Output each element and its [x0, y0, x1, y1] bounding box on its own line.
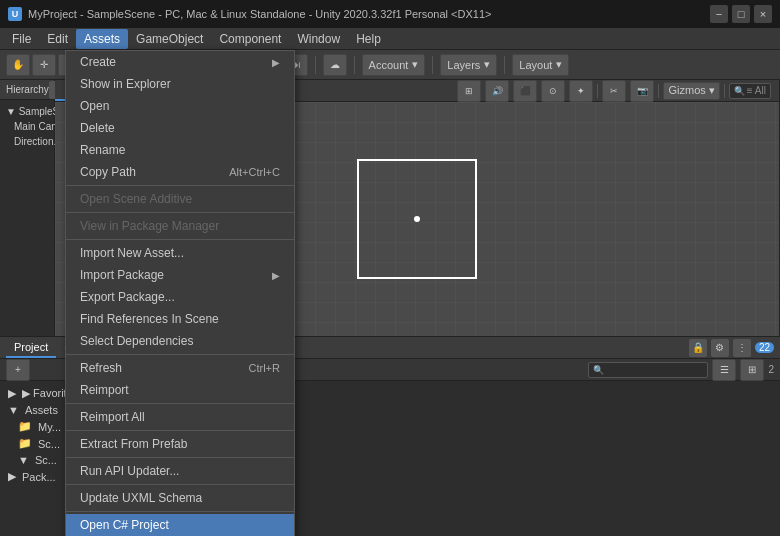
- scene-search[interactable]: 🔍 ≡ All: [729, 83, 771, 99]
- menu-show-in-explorer[interactable]: Show in Explorer: [66, 73, 294, 95]
- account-label: Account: [369, 59, 409, 71]
- menu-sep-1: [66, 185, 294, 186]
- scene-sep3: [724, 84, 725, 98]
- chevron-down-icon-2: ▾: [412, 58, 418, 71]
- menu-export-package[interactable]: Export Package...: [66, 286, 294, 308]
- menu-edit[interactable]: Edit: [39, 29, 76, 49]
- zoom-indicator: 2: [768, 364, 774, 375]
- project-add-btn[interactable]: +: [6, 359, 30, 381]
- layers-dropdown[interactable]: Layers ▾: [440, 54, 497, 76]
- separator-6: [504, 56, 505, 74]
- scene-tool-3[interactable]: ⬛: [513, 80, 537, 102]
- menu-sep-8: [66, 484, 294, 485]
- hierarchy-title: Hierarchy: [6, 84, 49, 95]
- tab-project[interactable]: Project: [6, 337, 56, 358]
- chevron-down-icon-3: ▾: [484, 58, 490, 71]
- window-controls: − □ ×: [710, 5, 772, 23]
- scene-tool-6[interactable]: ✂: [602, 80, 626, 102]
- chevron-down-icon-6: ▼: [18, 454, 29, 466]
- hierarchy-header: Hierarchy + ☰: [0, 80, 54, 100]
- menu-run-api-updater[interactable]: Run API Updater...: [66, 460, 294, 482]
- menu-window[interactable]: Window: [289, 29, 348, 49]
- layers-label: Layers: [447, 59, 480, 71]
- close-button[interactable]: ×: [754, 5, 772, 23]
- scene-tool-1[interactable]: ⊞: [457, 80, 481, 102]
- layout-label: Layout: [519, 59, 552, 71]
- menu-delete[interactable]: Delete: [66, 117, 294, 139]
- menu-view-package-manager[interactable]: View in Package Manager: [66, 215, 294, 237]
- move-tool[interactable]: ✛: [32, 54, 56, 76]
- menu-file[interactable]: File: [4, 29, 39, 49]
- search-icon: 🔍: [734, 86, 745, 96]
- view-toggle-grid[interactable]: ⊞: [740, 359, 764, 381]
- collab-button[interactable]: ☁: [323, 54, 347, 76]
- menu-sep-7: [66, 457, 294, 458]
- minimize-button[interactable]: −: [710, 5, 728, 23]
- menu-open[interactable]: Open: [66, 95, 294, 117]
- menu-open-scene-additive[interactable]: Open Scene Additive: [66, 188, 294, 210]
- import-pkg-arrow: ▶: [272, 270, 280, 281]
- hier-item-camera[interactable]: Main Camera: [2, 119, 52, 134]
- folder-icon-2: 📁: [18, 437, 32, 450]
- menu-reimport-all[interactable]: Reimport All: [66, 406, 294, 428]
- gizmos-dropdown[interactable]: Gizmos ▾: [663, 82, 719, 100]
- scene-tool-5[interactable]: ✦: [569, 80, 593, 102]
- menu-find-references[interactable]: Find References In Scene: [66, 308, 294, 330]
- scene-sep2: [658, 84, 659, 98]
- scene-center: [414, 216, 420, 222]
- hier-item-scene[interactable]: ▼ SampleSc...: [2, 104, 52, 119]
- project-search-bar[interactable]: 🔍: [588, 362, 708, 378]
- menu-sep-4: [66, 354, 294, 355]
- separator-4: [354, 56, 355, 74]
- hand-tool[interactable]: ✋: [6, 54, 30, 76]
- separator-5: [432, 56, 433, 74]
- maximize-button[interactable]: □: [732, 5, 750, 23]
- menu-sep-5: [66, 403, 294, 404]
- separator-3: [315, 56, 316, 74]
- layout-dropdown[interactable]: Layout ▾: [512, 54, 569, 76]
- menu-create[interactable]: Create ▶: [66, 51, 294, 73]
- asset-count-badge: 22: [755, 342, 774, 353]
- menu-sep-6: [66, 430, 294, 431]
- app-icon: U: [8, 7, 22, 21]
- hier-item-light[interactable]: Direction...: [2, 134, 52, 149]
- arrow-icon: ▶: [272, 57, 280, 68]
- menu-sep-2: [66, 212, 294, 213]
- menu-update-uxml[interactable]: Update UXML Schema: [66, 487, 294, 509]
- menu-bar: File Edit Assets GameObject Component Wi…: [0, 28, 780, 50]
- folder-icon: 📁: [18, 420, 32, 433]
- menu-refresh[interactable]: Refresh Ctrl+R: [66, 357, 294, 379]
- menu-gameobject[interactable]: GameObject: [128, 29, 211, 49]
- scene-tool-7[interactable]: 📷: [630, 80, 654, 102]
- chevron-right-icon: ▶: [8, 387, 16, 400]
- scene-sep: [597, 84, 598, 98]
- scene-object: [357, 159, 477, 279]
- hierarchy-content: ▼ SampleSc... Main Camera Direction...: [0, 100, 54, 153]
- view-toggle-list[interactable]: ☰: [712, 359, 736, 381]
- menu-assets[interactable]: Assets: [76, 29, 128, 49]
- menu-open-csharp[interactable]: Open C# Project: [66, 514, 294, 536]
- bottom-lock-btn[interactable]: 🔒: [689, 339, 707, 357]
- search-icon-2: 🔍: [593, 365, 604, 375]
- menu-extract-from-prefab[interactable]: Extract From Prefab: [66, 433, 294, 455]
- menu-component[interactable]: Component: [211, 29, 289, 49]
- chevron-down-icon-5: ▼: [8, 404, 19, 416]
- menu-rename[interactable]: Rename: [66, 139, 294, 161]
- scene-tool-4[interactable]: ⊙: [541, 80, 565, 102]
- account-dropdown[interactable]: Account ▾: [362, 54, 426, 76]
- scene-tool-2[interactable]: 🔊: [485, 80, 509, 102]
- title-text: MyProject - SampleScene - PC, Mac & Linu…: [28, 8, 710, 20]
- hierarchy-panel: Hierarchy + ☰ ▼ SampleSc... Main Camera …: [0, 80, 55, 336]
- menu-import-package[interactable]: Import Package ▶: [66, 264, 294, 286]
- menu-help[interactable]: Help: [348, 29, 389, 49]
- menu-sep-9: [66, 511, 294, 512]
- menu-import-new-asset[interactable]: Import New Asset...: [66, 242, 294, 264]
- menu-reimport[interactable]: Reimport: [66, 379, 294, 401]
- chevron-right-icon-2: ▶: [8, 470, 16, 483]
- menu-select-dependencies[interactable]: Select Dependencies: [66, 330, 294, 352]
- assets-dropdown-menu: Create ▶ Show in Explorer Open Delete Re…: [65, 50, 295, 536]
- gizmos-label: Gizmos ▾: [668, 84, 714, 97]
- bottom-dots-btn[interactable]: ⋮: [733, 339, 751, 357]
- menu-copy-path[interactable]: Copy Path Alt+Ctrl+C: [66, 161, 294, 183]
- bottom-settings-btn[interactable]: ⚙: [711, 339, 729, 357]
